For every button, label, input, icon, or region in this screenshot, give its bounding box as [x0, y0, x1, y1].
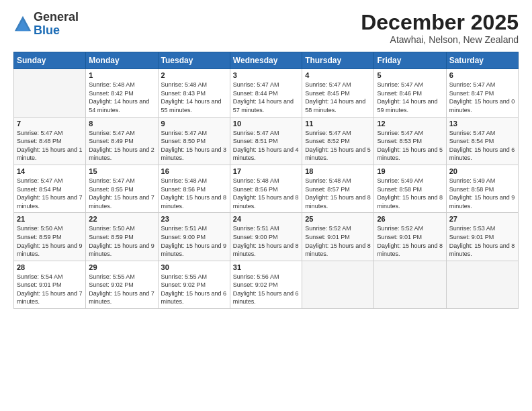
day-number: 20: [449, 167, 515, 175]
calendar-cell: 28Sunrise: 5:54 AM Sunset: 9:01 PM Dayli…: [14, 261, 86, 308]
calendar-day-header: Thursday: [302, 52, 374, 69]
calendar-day-header: Friday: [374, 52, 446, 69]
calendar-cell: 11Sunrise: 5:47 AM Sunset: 8:52 PM Dayli…: [302, 117, 374, 165]
calendar-cell: 21Sunrise: 5:50 AM Sunset: 8:59 PM Dayli…: [14, 213, 86, 261]
day-info: Sunrise: 5:52 AM Sunset: 9:01 PM Dayligh…: [377, 224, 443, 258]
day-number: 9: [161, 120, 227, 128]
day-number: 28: [17, 263, 83, 271]
calendar-cell: 22Sunrise: 5:50 AM Sunset: 8:59 PM Dayli…: [86, 213, 158, 261]
day-info: Sunrise: 5:48 AM Sunset: 8:57 PM Dayligh…: [305, 177, 371, 210]
calendar-week-row: 7Sunrise: 5:47 AM Sunset: 8:48 PM Daylig…: [14, 117, 519, 165]
day-info: Sunrise: 5:56 AM Sunset: 9:02 PM Dayligh…: [233, 273, 299, 306]
day-info: Sunrise: 5:51 AM Sunset: 9:00 PM Dayligh…: [233, 224, 299, 258]
calendar-cell: [302, 261, 374, 308]
header: General Blue December 2025 Atawhai, Nels…: [13, 11, 519, 45]
day-info: Sunrise: 5:47 AM Sunset: 8:45 PM Dayligh…: [305, 81, 371, 114]
calendar-week-row: 1Sunrise: 5:48 AM Sunset: 8:42 PM Daylig…: [14, 69, 519, 117]
day-number: 13: [449, 120, 515, 128]
calendar-cell: 1Sunrise: 5:48 AM Sunset: 8:42 PM Daylig…: [86, 69, 158, 117]
day-number: 16: [161, 167, 227, 175]
day-number: 31: [233, 263, 299, 271]
calendar-cell: 9Sunrise: 5:47 AM Sunset: 8:50 PM Daylig…: [158, 117, 230, 165]
day-number: 29: [89, 263, 154, 271]
day-info: Sunrise: 5:47 AM Sunset: 8:54 PM Dayligh…: [449, 129, 515, 163]
day-info: Sunrise: 5:48 AM Sunset: 8:42 PM Dayligh…: [89, 81, 154, 114]
logo: General Blue: [13, 11, 79, 38]
calendar-cell: 26Sunrise: 5:52 AM Sunset: 9:01 PM Dayli…: [374, 213, 446, 261]
day-info: Sunrise: 5:47 AM Sunset: 8:49 PM Dayligh…: [89, 129, 154, 163]
day-info: Sunrise: 5:47 AM Sunset: 8:51 PM Dayligh…: [233, 129, 299, 163]
calendar-table: SundayMondayTuesdayWednesdayThursdayFrid…: [13, 52, 519, 309]
calendar-day-header: Wednesday: [230, 52, 302, 69]
day-info: Sunrise: 5:49 AM Sunset: 8:58 PM Dayligh…: [449, 177, 515, 210]
day-number: 25: [305, 215, 371, 223]
day-number: 24: [233, 215, 299, 223]
day-number: 17: [233, 167, 299, 175]
calendar-cell: 23Sunrise: 5:51 AM Sunset: 9:00 PM Dayli…: [158, 213, 230, 261]
calendar-cell: [446, 261, 518, 308]
calendar-week-row: 21Sunrise: 5:50 AM Sunset: 8:59 PM Dayli…: [14, 213, 519, 261]
day-info: Sunrise: 5:47 AM Sunset: 8:46 PM Dayligh…: [377, 81, 443, 114]
calendar-cell: 18Sunrise: 5:48 AM Sunset: 8:57 PM Dayli…: [302, 165, 374, 212]
day-info: Sunrise: 5:48 AM Sunset: 8:43 PM Dayligh…: [161, 81, 227, 114]
day-number: 19: [377, 167, 443, 175]
day-info: Sunrise: 5:51 AM Sunset: 9:00 PM Dayligh…: [161, 224, 227, 258]
day-number: 3: [233, 71, 299, 79]
day-number: 2: [161, 71, 227, 79]
day-number: 7: [17, 120, 83, 128]
day-info: Sunrise: 5:47 AM Sunset: 8:44 PM Dayligh…: [233, 81, 299, 114]
calendar-cell: 14Sunrise: 5:47 AM Sunset: 8:54 PM Dayli…: [14, 165, 86, 212]
day-info: Sunrise: 5:48 AM Sunset: 8:56 PM Dayligh…: [233, 177, 299, 210]
calendar-cell: 19Sunrise: 5:49 AM Sunset: 8:58 PM Dayli…: [374, 165, 446, 212]
day-info: Sunrise: 5:47 AM Sunset: 8:52 PM Dayligh…: [305, 129, 371, 163]
day-number: 11: [305, 120, 371, 128]
calendar-cell: 7Sunrise: 5:47 AM Sunset: 8:48 PM Daylig…: [14, 117, 86, 165]
calendar-cell: 5Sunrise: 5:47 AM Sunset: 8:46 PM Daylig…: [374, 69, 446, 117]
day-number: 15: [89, 167, 154, 175]
calendar-cell: 4Sunrise: 5:47 AM Sunset: 8:45 PM Daylig…: [302, 69, 374, 117]
calendar-cell: 25Sunrise: 5:52 AM Sunset: 9:01 PM Dayli…: [302, 213, 374, 261]
day-number: 14: [17, 167, 83, 175]
day-info: Sunrise: 5:49 AM Sunset: 8:58 PM Dayligh…: [377, 177, 443, 210]
day-info: Sunrise: 5:55 AM Sunset: 9:02 PM Dayligh…: [89, 273, 154, 306]
day-info: Sunrise: 5:47 AM Sunset: 8:55 PM Dayligh…: [89, 177, 154, 210]
calendar-day-header: Tuesday: [158, 52, 230, 69]
calendar-cell: 2Sunrise: 5:48 AM Sunset: 8:43 PM Daylig…: [158, 69, 230, 117]
calendar-day-header: Monday: [86, 52, 158, 69]
day-number: 23: [161, 215, 227, 223]
page: General Blue December 2025 Atawhai, Nels…: [0, 0, 532, 411]
calendar-cell: 13Sunrise: 5:47 AM Sunset: 8:54 PM Dayli…: [446, 117, 518, 165]
day-info: Sunrise: 5:53 AM Sunset: 9:01 PM Dayligh…: [449, 224, 515, 258]
calendar-cell: 29Sunrise: 5:55 AM Sunset: 9:02 PM Dayli…: [86, 261, 158, 308]
logo-general-text: General: [34, 10, 79, 24]
day-info: Sunrise: 5:50 AM Sunset: 8:59 PM Dayligh…: [89, 224, 154, 258]
calendar-cell: 3Sunrise: 5:47 AM Sunset: 8:44 PM Daylig…: [230, 69, 302, 117]
calendar-day-header: Saturday: [446, 52, 518, 69]
calendar-cell: 24Sunrise: 5:51 AM Sunset: 9:00 PM Dayli…: [230, 213, 302, 261]
day-number: 8: [89, 120, 154, 128]
day-number: 26: [377, 215, 443, 223]
day-info: Sunrise: 5:54 AM Sunset: 9:01 PM Dayligh…: [17, 273, 83, 306]
day-info: Sunrise: 5:47 AM Sunset: 8:53 PM Dayligh…: [377, 129, 443, 163]
day-number: 21: [17, 215, 83, 223]
day-info: Sunrise: 5:48 AM Sunset: 8:56 PM Dayligh…: [161, 177, 227, 210]
logo-blue-text: Blue: [34, 24, 60, 37]
calendar-day-header: Sunday: [14, 52, 86, 69]
day-info: Sunrise: 5:47 AM Sunset: 8:50 PM Dayligh…: [161, 129, 227, 163]
month-title: December 2025: [361, 11, 519, 34]
day-info: Sunrise: 5:47 AM Sunset: 8:48 PM Dayligh…: [17, 129, 83, 163]
location: Atawhai, Nelson, New Zealand: [361, 34, 519, 45]
calendar-cell: 6Sunrise: 5:47 AM Sunset: 8:47 PM Daylig…: [446, 69, 518, 117]
day-number: 6: [449, 71, 515, 79]
logo-icon: [13, 15, 32, 34]
calendar-week-row: 14Sunrise: 5:47 AM Sunset: 8:54 PM Dayli…: [14, 165, 519, 212]
title-block: December 2025 Atawhai, Nelson, New Zeala…: [361, 11, 519, 45]
calendar-cell: 10Sunrise: 5:47 AM Sunset: 8:51 PM Dayli…: [230, 117, 302, 165]
calendar-cell: 8Sunrise: 5:47 AM Sunset: 8:49 PM Daylig…: [86, 117, 158, 165]
calendar-cell: 27Sunrise: 5:53 AM Sunset: 9:01 PM Dayli…: [446, 213, 518, 261]
day-number: 4: [305, 71, 371, 79]
day-number: 27: [449, 215, 515, 223]
calendar-cell: 31Sunrise: 5:56 AM Sunset: 9:02 PM Dayli…: [230, 261, 302, 308]
day-info: Sunrise: 5:47 AM Sunset: 8:47 PM Dayligh…: [449, 81, 515, 114]
calendar-header-row: SundayMondayTuesdayWednesdayThursdayFrid…: [14, 52, 519, 69]
